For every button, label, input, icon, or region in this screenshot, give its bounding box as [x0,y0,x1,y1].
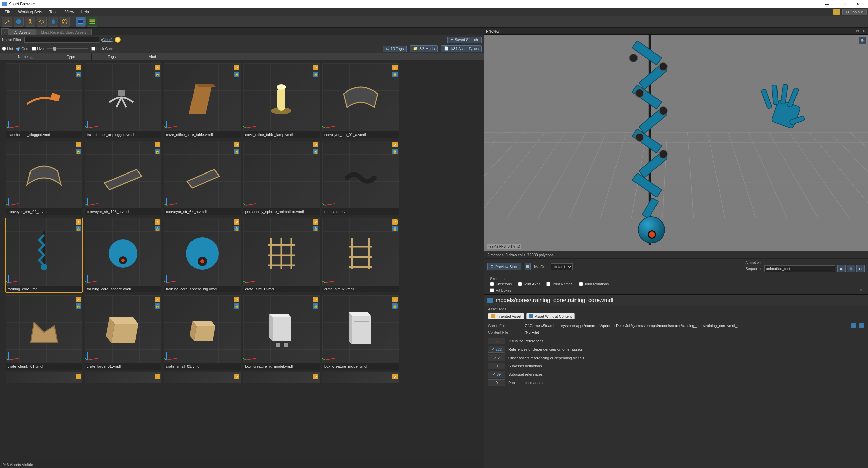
ref-count: ↗222 [488,346,505,353]
menu-tools[interactable]: Tools [45,9,62,15]
asset-card[interactable]: ↗🔒crate_small_01.vmdl [164,295,241,370]
asset-grid-scroll[interactable]: ↗🔒transformer_plugged.vmdl↗🔒transformer_… [0,60,484,461]
user-icon[interactable] [833,9,840,15]
matgrp-icon-button[interactable]: ▦ [525,263,531,270]
tool-list-button[interactable] [87,17,97,27]
sequence-input[interactable] [764,265,835,272]
asset-card[interactable]: ↗🔒training_core_sphere_big.vmdl [164,218,241,293]
asset-card[interactable]: ↗ [164,372,241,383]
asset-card[interactable]: ↗ [243,372,320,383]
preview-popout-button[interactable]: ⧉ [855,29,860,34]
asset-card[interactable]: ↗ [5,372,83,383]
col-mod[interactable]: Mod [132,53,173,60]
view-live-checkbox[interactable]: Live [32,47,44,51]
col-type[interactable]: Type [51,53,92,60]
reference-row[interactable]: ↗222References or dependencies on other … [488,345,864,353]
asset-card[interactable]: ↗🔒conveyor_str_128_a.vmdl [85,140,162,216]
tool-hammer-button[interactable] [2,17,12,27]
viewport-settings-button[interactable]: ⚙ [859,37,866,44]
asset-card[interactable]: ↗🔒conveyor_str_64_a.vmdl [164,140,241,216]
svg-point-1 [29,19,31,21]
reference-row[interactable]: ↗69Subasset references [488,370,864,379]
share-icon: ↗ [155,374,160,379]
asset-card[interactable]: ↗🔒box_creature_ik_model.vmdl [243,295,320,370]
skeleton-header: Skeleton [490,277,862,281]
anim-pause-button[interactable]: ⏸ [847,265,855,272]
svg-point-4 [63,22,64,23]
tool-material-button[interactable] [14,17,24,27]
window-close-button[interactable]: ✕ [850,0,866,8]
svg-point-26 [200,259,204,263]
col-tags[interactable]: Tags [92,53,132,60]
tool-model-button[interactable] [25,17,35,27]
tool-fire-button[interactable] [48,17,58,27]
tools-dropdown[interactable]: ⚙ Tools ▾ [842,9,867,15]
reference-row[interactable]: 0Parent or child assets [488,379,864,387]
preview-state-button[interactable]: ⚙ Preview State [487,263,521,270]
asset-card[interactable]: ↗🔒conveyor_crn_01_a.vmdl [322,63,399,138]
asset-card[interactable]: ↗🔒cave_office_side_table.vmdl [164,63,241,138]
asset-card[interactable]: ↗🔒crate_chunk_01.vmdl [5,295,83,370]
matgrp-select[interactable]: default [551,263,573,270]
anim-step-button[interactable]: ⏭ [856,265,865,272]
reference-row[interactable]: →Visualize References [488,337,864,345]
view-grid-radio[interactable]: Grid [16,47,28,51]
tab-mru-assets[interactable]: Most Recently Used Assets [36,29,92,35]
lock-icon: 🔒 [234,303,239,309]
tab-all-assets[interactable]: All Assets [9,29,36,35]
window-maximize-button[interactable]: ▢ [835,0,850,8]
reference-row[interactable]: ↗2Other assets referencing or depending … [488,353,864,362]
asset-card[interactable]: ↗🔒box_creature_model.vmdl [322,295,399,370]
asset-card[interactable]: ↗🔒personality_sphere_animation.vmdl [243,140,320,216]
tool-film-button[interactable] [60,17,70,27]
chip-inherited[interactable]: Inherited Asset [488,313,524,319]
mods-filter-button[interactable]: 📁 3/3 Mods [410,45,438,52]
copy-path-button[interactable] [851,323,856,328]
thumbnail-size-slider[interactable] [47,48,88,49]
preview-close-button[interactable]: ✕ [861,29,866,34]
preview-viewport[interactable]: ⚙ ~22.42 FPS (0.17ms) [484,35,868,251]
clear-filter-link[interactable]: (Clear) [101,38,113,42]
asset-card[interactable]: ↗🔒transformer_plugged.vmdl [5,63,83,138]
anim-play-button[interactable]: ▶ [837,265,846,272]
types-filter-button[interactable]: 📄 1/31 Asset Types [441,45,482,52]
name-filter-input[interactable] [24,37,99,43]
asset-card[interactable]: ↗🔒training_core_sphere.vmdl [85,218,162,293]
menu-view[interactable]: View [62,9,78,15]
asset-detail-header: models/cores/training_core/training_core… [484,294,868,306]
open-folder-button[interactable] [859,323,864,328]
menu-file[interactable]: File [1,9,15,15]
asset-card[interactable]: ↗🔒transformer_unplugged.vmdl [85,63,162,138]
asset-card[interactable]: ↗🔒training_core.vmdl [5,218,83,293]
view-list-radio[interactable]: List [2,47,13,51]
menu-help[interactable]: Help [77,9,93,15]
asset-card[interactable]: ↗🔒crate_sim02.vmdl [322,218,399,293]
cb-joint-axes[interactable]: Joint Axes [518,282,540,286]
cb-joint-names[interactable]: Joint Names [546,282,572,286]
cb-joint-rotations[interactable]: Joint Rotations [579,282,609,286]
asset-card[interactable]: ↗ [85,372,162,383]
cb-hitboxes[interactable]: Hit Boxes [490,288,511,292]
asset-card[interactable]: ↗🔒cave_office_table_lamp.vmdl [243,63,320,138]
asset-card[interactable]: ↗ [322,372,399,383]
tool-console-button[interactable] [76,17,86,27]
tool-particle-button[interactable] [37,17,47,27]
hitbox-dropdown-icon[interactable]: ▾ [860,288,862,292]
tags-filter-button[interactable]: 🏷 10 Tags [383,46,407,52]
window-minimize-button[interactable]: — [819,0,835,8]
asset-card[interactable]: ↗🔒crate_large_01.vmdl [85,295,162,370]
lock-cam-checkbox[interactable]: Lock Cam [91,47,113,51]
chip-no-content[interactable]: Asset Without Content [526,313,575,319]
col-name[interactable]: Name△ [0,53,51,60]
home-tab[interactable]: ⌂ [1,28,9,35]
hint-bulb-icon[interactable] [115,37,121,43]
asset-name: box_creature_ik_model.vmdl [243,363,320,370]
asset-card[interactable]: ↗🔒crate_sim01.vmdl [243,218,320,293]
cb-skeletons[interactable]: Skeletons [490,282,512,286]
asset-tags-label: Asset Tags [484,306,868,312]
reference-row[interactable]: 0Subasset definitions [488,362,864,370]
saved-search-dropdown[interactable]: ▾ Saved Search [447,37,482,43]
asset-card[interactable]: ↗🔒conveyor_crn_02_a.vmdl [5,140,83,216]
asset-card[interactable]: ↗🔒moustache.vmdl [322,140,399,216]
menu-working-sets[interactable]: Working Sets [15,9,45,15]
